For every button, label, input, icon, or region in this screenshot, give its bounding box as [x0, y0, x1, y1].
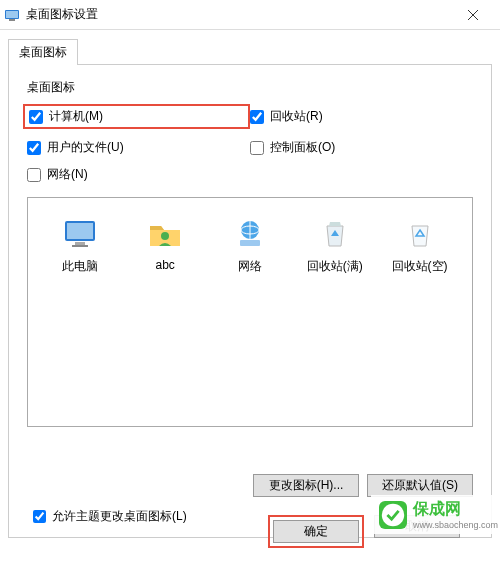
ok-highlight: 确定	[268, 515, 364, 548]
app-icon	[4, 7, 20, 23]
svg-rect-6	[67, 223, 93, 239]
checkbox-computer-input[interactable]	[29, 110, 43, 124]
folder-user-icon	[147, 216, 183, 252]
checkbox-recycle-label: 回收站(R)	[270, 108, 323, 125]
tab-desktop-icons[interactable]: 桌面图标	[8, 39, 78, 65]
watermark-name: 保成网	[413, 499, 498, 520]
checkbox-network-label: 网络(N)	[47, 166, 88, 183]
icon-recycle-full-label: 回收站(满)	[307, 258, 363, 275]
checkbox-network[interactable]: 网络(N)	[27, 166, 250, 183]
watermark-badge-icon	[379, 501, 407, 529]
svg-point-9	[161, 232, 169, 240]
icon-user-folder[interactable]: abc	[132, 216, 198, 275]
recycle-full-icon	[317, 216, 353, 252]
tab-area: 桌面图标 桌面图标 计算机(M) 回收站(R) 用户的文件(U) 控制面板(O)	[0, 30, 500, 538]
watermark-url: www.sbaocheng.com	[413, 520, 498, 530]
change-icon-button[interactable]: 更改图标(H)...	[253, 474, 359, 497]
icon-recycle-empty[interactable]: 回收站(空)	[387, 216, 453, 275]
watermark: 保成网 www.sbaocheng.com	[371, 495, 500, 534]
ok-button[interactable]: 确定	[273, 520, 359, 543]
close-button[interactable]	[450, 0, 496, 30]
svg-rect-1	[6, 11, 18, 18]
svg-point-14	[382, 503, 404, 525]
svg-rect-13	[240, 240, 260, 246]
watermark-text: 保成网 www.sbaocheng.com	[413, 499, 498, 530]
icon-user-label: abc	[156, 258, 175, 272]
checkbox-userfiles-input[interactable]	[27, 141, 41, 155]
section-label: 桌面图标	[27, 79, 473, 96]
checkbox-userfiles[interactable]: 用户的文件(U)	[27, 139, 250, 156]
icon-network[interactable]: 网络	[217, 216, 283, 275]
tab-content: 桌面图标 计算机(M) 回收站(R) 用户的文件(U) 控制面板(O) 网络(N…	[8, 64, 492, 538]
icon-network-label: 网络	[238, 258, 262, 275]
checkbox-computer[interactable]: 计算机(M)	[23, 104, 250, 129]
icon-recycle-full[interactable]: 回收站(满)	[302, 216, 368, 275]
restore-default-button[interactable]: 还原默认值(S)	[367, 474, 473, 497]
checkbox-userfiles-label: 用户的文件(U)	[47, 139, 124, 156]
checkbox-network-input[interactable]	[27, 168, 41, 182]
icon-recycle-empty-label: 回收站(空)	[392, 258, 448, 275]
checkbox-computer-label: 计算机(M)	[49, 108, 103, 125]
pc-icon	[62, 216, 98, 252]
icon-row: 此电脑 abc 网络 回收站(满) 回收站(空)	[38, 216, 462, 275]
checkbox-group: 计算机(M) 回收站(R) 用户的文件(U) 控制面板(O) 网络(N)	[27, 104, 473, 183]
window-title: 桌面图标设置	[26, 6, 450, 23]
icon-preview: 此电脑 abc 网络 回收站(满) 回收站(空)	[27, 197, 473, 427]
icon-action-buttons: 更改图标(H)... 还原默认值(S)	[253, 474, 473, 497]
network-icon	[232, 216, 268, 252]
checkbox-recycle[interactable]: 回收站(R)	[250, 104, 473, 129]
icon-pc-label: 此电脑	[62, 258, 98, 275]
titlebar: 桌面图标设置	[0, 0, 500, 30]
checkbox-control[interactable]: 控制面板(O)	[250, 139, 473, 156]
checkbox-control-input[interactable]	[250, 141, 264, 155]
recycle-empty-icon	[402, 216, 438, 252]
checkbox-recycle-input[interactable]	[250, 110, 264, 124]
icon-this-pc[interactable]: 此电脑	[47, 216, 113, 275]
checkbox-control-label: 控制面板(O)	[270, 139, 335, 156]
svg-rect-7	[75, 242, 85, 245]
svg-rect-8	[72, 245, 88, 247]
svg-rect-2	[9, 19, 15, 21]
